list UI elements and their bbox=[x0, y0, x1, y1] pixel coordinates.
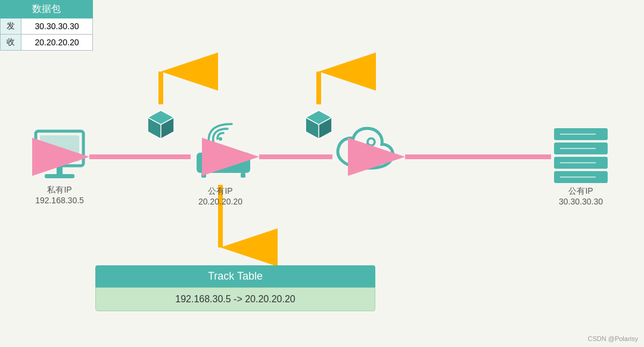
svg-rect-5 bbox=[197, 153, 250, 173]
svg-rect-0 bbox=[36, 131, 83, 166]
svg-line-15 bbox=[359, 151, 368, 154]
svg-rect-3 bbox=[45, 174, 74, 178]
packet-right-header: 数据包 bbox=[1, 1, 93, 18]
server-label: 公有IP 30.30.30.30 bbox=[545, 186, 617, 206]
router-label2: 20.20.20.20 bbox=[185, 197, 256, 206]
svg-rect-18 bbox=[554, 157, 608, 169]
track-table-entry: 192.168.30.5 -> 20.20.20.20 bbox=[95, 287, 375, 311]
diagram-container: 数据包 发 30.30.30.30 收 192.168.30.5 数据包 bbox=[0, 0, 644, 347]
svg-rect-17 bbox=[554, 142, 608, 154]
track-table: Track Table 192.168.30.5 -> 20.20.20.20 bbox=[95, 265, 375, 311]
server-label2: 30.30.30.30 bbox=[545, 197, 617, 206]
svg-point-7 bbox=[218, 160, 223, 165]
svg-point-11 bbox=[353, 145, 360, 153]
svg-rect-2 bbox=[57, 166, 63, 174]
router-icon bbox=[197, 124, 250, 178]
monitor-label1: 私有IP bbox=[24, 185, 95, 196]
router-label1: 公有IP bbox=[185, 186, 256, 197]
svg-rect-19 bbox=[554, 171, 608, 183]
svg-rect-1 bbox=[40, 135, 79, 162]
svg-point-6 bbox=[205, 160, 210, 165]
watermark: CSDN @Polarisy bbox=[587, 335, 638, 342]
monitor-label: 私有IP 192.168.30.5 bbox=[24, 185, 95, 205]
packet-right-row1-value: 30.30.30.30 bbox=[21, 18, 93, 35]
cloud-icon bbox=[338, 128, 393, 168]
svg-point-13 bbox=[368, 153, 375, 160]
svg-rect-9 bbox=[201, 173, 206, 178]
track-table-header: Track Table bbox=[95, 265, 375, 287]
packet-right-row2-value: 20.20.20.20 bbox=[21, 35, 93, 51]
packet-right-row2-label: 收 bbox=[1, 35, 21, 51]
server-icon bbox=[554, 128, 608, 183]
svg-point-12 bbox=[368, 138, 375, 145]
svg-rect-10 bbox=[241, 173, 245, 178]
router-label: 公有IP 20.20.20.20 bbox=[185, 186, 256, 206]
svg-line-14 bbox=[359, 144, 368, 147]
monitor-icon bbox=[36, 131, 83, 178]
svg-point-4 bbox=[219, 137, 222, 141]
packet-right-row1-label: 发 bbox=[1, 18, 21, 35]
svg-point-8 bbox=[231, 160, 236, 165]
monitor-label2: 192.168.30.5 bbox=[24, 196, 95, 205]
server-label1: 公有IP bbox=[545, 186, 617, 197]
svg-rect-16 bbox=[554, 128, 608, 140]
